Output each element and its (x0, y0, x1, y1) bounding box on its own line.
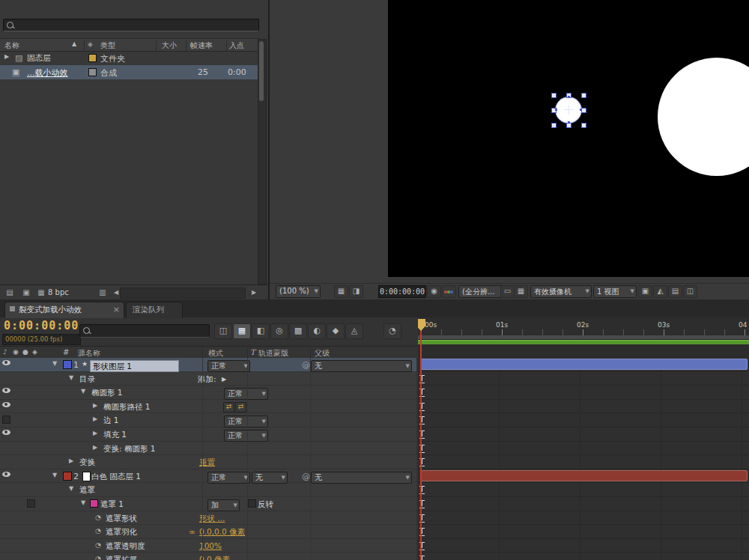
parent-dropdown[interactable]: 无▼ (311, 472, 412, 484)
twirl-icon[interactable]: ▶ (93, 444, 97, 451)
layer-name-editbox[interactable]: 形状图层 1 (90, 360, 179, 372)
property-value[interactable]: 0.0,0.0 像素 (199, 527, 245, 538)
selection-handle[interactable] (551, 123, 557, 128)
selection-handle[interactable] (551, 93, 557, 98)
frame-blend-icon[interactable]: ▩ (289, 323, 307, 339)
visibility-eye-icon[interactable] (2, 388, 10, 393)
mode-dropdown[interactable]: 正常▼ (224, 430, 268, 442)
mask-visibility-icon[interactable]: ◨ (349, 285, 363, 298)
layer-row[interactable]: ▼2白色 固态层 1正常▼无▼@无▼ (0, 469, 416, 484)
property-row[interactable]: ▼遮罩 (0, 483, 416, 497)
flowchart-icon[interactable]: ◫ (683, 285, 697, 298)
add-label[interactable]: 添加: (198, 374, 216, 385)
path-vertex[interactable] (568, 121, 570, 124)
mode-dropdown[interactable]: 正常▼ (224, 416, 268, 427)
project-item-folder[interactable]: ▶ ▨ 固态层 文件夹 (0, 51, 259, 65)
stopwatch-icon[interactable]: ◔ (95, 555, 101, 560)
mode-dropdown[interactable]: 正常▼ (224, 388, 268, 400)
property-row[interactable]: ▼遮罩 1加▼反转 (0, 497, 416, 511)
time-options-icon[interactable]: ◔ (383, 323, 401, 339)
visibility-eye-icon[interactable] (2, 430, 10, 435)
snapshot-icon[interactable]: ◉ (427, 285, 441, 298)
twirl-icon[interactable]: ▼ (69, 374, 73, 381)
resolution-dropdown[interactable]: (全分辨... ▼ (458, 285, 506, 298)
path-vertex[interactable] (580, 109, 582, 111)
property-track[interactable] (418, 442, 749, 456)
zoom-dropdown[interactable]: (100 %) ▼ (276, 285, 321, 298)
new-folder-icon[interactable]: ▣ (19, 287, 33, 298)
twirl-icon[interactable]: ▼ (52, 360, 57, 367)
mode-dropdown[interactable]: 正常▼ (207, 360, 250, 372)
transparency-grid-icon[interactable]: ▦ (514, 285, 528, 298)
selection-handle[interactable] (581, 93, 586, 98)
property-track[interactable] (418, 525, 749, 539)
layer-duration-track[interactable] (418, 469, 749, 484)
stopwatch-icon[interactable]: ◔ (95, 527, 101, 535)
property-track[interactable] (418, 483, 749, 497)
property-track[interactable] (418, 413, 749, 427)
close-icon[interactable]: × (113, 305, 120, 314)
property-track[interactable] (418, 455, 749, 469)
project-column-headers[interactable]: 名称 ▲ ◈ 类型 大小 帧速率 入点 (0, 38, 259, 52)
visibility-checkbox[interactable] (2, 416, 10, 424)
property-row[interactable]: ▼目录添加:▶ (0, 372, 416, 386)
timeline-button-icon[interactable]: ▤ (668, 285, 682, 298)
twirl-icon[interactable]: ▼ (69, 485, 73, 492)
property-track[interactable] (418, 539, 749, 553)
label-swatch[interactable] (88, 68, 97, 76)
link-icon[interactable]: ∞ (189, 527, 195, 536)
timeline-track-area[interactable]: :00s 01s 02s 03s 04 (418, 317, 749, 560)
property-track[interactable] (418, 553, 749, 560)
camera-dropdown[interactable]: 有效摄像机 ▼ (530, 285, 592, 298)
fast-previews-icon[interactable]: ◭ (653, 285, 667, 298)
twirl-icon[interactable]: ▶ (93, 402, 97, 409)
twirl-icon[interactable]: ▶ (4, 53, 9, 60)
twirl-icon[interactable]: ▶ (93, 430, 97, 436)
anchor-point-icon[interactable] (568, 105, 569, 115)
property-row[interactable]: ◔遮罩透明度100% (0, 539, 416, 553)
path-direction-icon[interactable]: ⇄ (235, 402, 246, 413)
property-value[interactable]: 形状 ... (199, 514, 225, 524)
mode-dropdown[interactable]: 正常▼ (207, 472, 250, 484)
property-track[interactable] (418, 497, 749, 511)
lock-checkbox[interactable] (27, 499, 35, 508)
property-value[interactable]: 0.0 像素 (199, 555, 230, 560)
property-track[interactable] (418, 427, 749, 442)
composition-canvas[interactable] (388, 0, 749, 277)
property-track[interactable] (418, 372, 749, 386)
current-timecode[interactable]: 0:00:00:00 (4, 319, 79, 332)
parent-pickwhip-icon[interactable]: @ (302, 472, 310, 481)
path-direction-icon[interactable]: ⇄ (223, 402, 234, 413)
label-swatch[interactable] (88, 54, 97, 62)
show-channel-icon[interactable] (442, 285, 456, 298)
track-matte-dropdown[interactable]: 无▼ (252, 472, 288, 484)
property-row[interactable]: ▶填充 1正常▼ (0, 427, 416, 442)
hide-shy-icon[interactable]: ◎ (270, 323, 288, 339)
mask-mode-dropdown[interactable]: 加▼ (207, 499, 240, 511)
parent-dropdown[interactable]: 无▼ (311, 360, 412, 372)
bpc-icon[interactable]: ▦ (34, 287, 48, 298)
selection-handle[interactable] (581, 123, 586, 128)
property-row[interactable]: ▶椭圆形路径 1⇄⇄ (0, 400, 416, 414)
big-white-circle[interactable] (658, 58, 749, 176)
twirl-icon[interactable]: ▶ (93, 416, 97, 422)
tab-render-queue[interactable]: 渲染队列 (126, 302, 183, 318)
property-row[interactable]: ▶变换重置 (0, 455, 416, 469)
sort-asc-icon[interactable]: ▲ (72, 40, 76, 47)
project-scrollbar[interactable] (258, 39, 267, 284)
motion-blur-icon[interactable]: ◐ (308, 323, 326, 339)
graph-editor-icon[interactable]: ◬ (345, 323, 363, 339)
property-track[interactable] (418, 511, 749, 526)
layer-duration-track[interactable] (418, 358, 749, 372)
property-row[interactable]: ◔遮罩羽化∞0.0,0.0 像素 (0, 525, 416, 539)
stopwatch-icon[interactable]: ◔ (95, 541, 101, 549)
timeline-search-input[interactable] (79, 324, 210, 338)
viewer-timecode[interactable]: 0:00:00:00 (378, 285, 426, 298)
property-row[interactable]: ◔遮罩扩展0.0 像素 (0, 553, 416, 560)
layer-duration-bar[interactable] (421, 470, 748, 481)
path-vertex[interactable] (568, 96, 570, 98)
scroll-right-icon[interactable]: ▶ (247, 287, 261, 298)
visibility-eye-icon[interactable] (2, 360, 10, 365)
draft-3d-icon[interactable]: ◧ (252, 323, 270, 339)
layer-color-swatch[interactable] (63, 472, 72, 481)
